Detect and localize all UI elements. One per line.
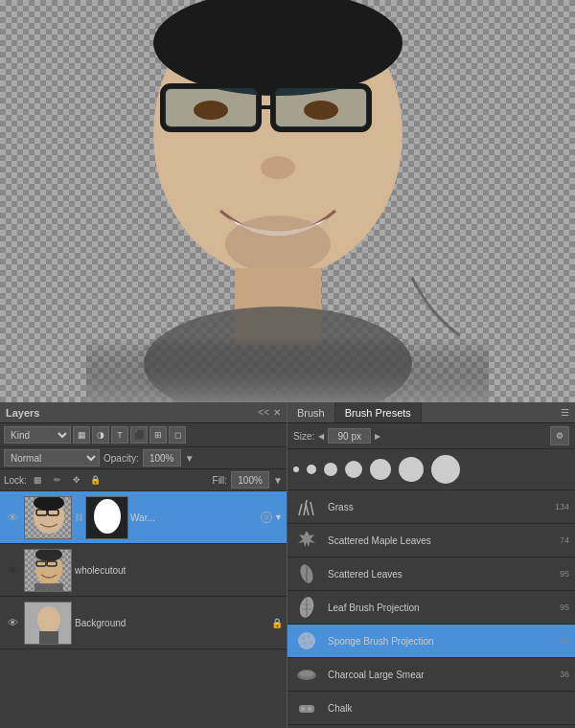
svg-point-26 (37, 606, 60, 633)
layer-name: wholecutout (75, 565, 283, 576)
brush-panel: Brush Brush Presets ☰ Size: ◀ ▶ ⚙ (288, 402, 575, 728)
layers-panel-title: Layers (6, 407, 39, 419)
layer-lock-icon: 🔒 (271, 618, 283, 628)
lock-transparent-icon[interactable]: ▩ (31, 472, 46, 488)
size-decrease-btn[interactable]: ◀ (318, 432, 324, 441)
brush-previews (288, 449, 575, 490)
layer-mask-thumb (85, 496, 128, 539)
svg-point-19 (94, 499, 121, 534)
brush-list-item[interactable]: Leaf Brush Projection 95 (288, 591, 575, 625)
brush-preview-1[interactable] (293, 466, 299, 472)
brush-options-btn[interactable]: ⚙ (550, 426, 569, 445)
layer-visibility-icon[interactable]: 👁 (4, 561, 21, 579)
brush-item-name: Scattered Maple Leaves (328, 535, 552, 546)
opacity-input[interactable] (143, 449, 181, 466)
brush-preview-2[interactable] (307, 465, 316, 474)
layers-panel-header: Layers << ✕ (0, 402, 287, 423)
brush-icon-maple (293, 527, 320, 554)
panel-controls: << ✕ (258, 407, 281, 418)
layers-panel: Layers << ✕ Kind ▦ ◑ T ⬛ ⊞ ◻ Normal Opac… (0, 402, 288, 728)
svg-rect-24 (34, 583, 63, 592)
brush-icon-leaf-proj (293, 594, 320, 621)
layers-toolbar: Kind ▦ ◑ T ⬛ ⊞ ◻ (0, 423, 287, 447)
layer-thumb (24, 602, 72, 645)
panel-collapse-btn[interactable]: << (258, 407, 269, 418)
fill-arrow[interactable]: ▼ (273, 475, 283, 486)
filter-shape-icon[interactable]: ⬛ (130, 426, 148, 444)
filter-pixel-icon[interactable]: ▦ (73, 426, 90, 444)
svg-rect-46 (301, 707, 305, 711)
brush-list-item-active[interactable]: Sponge Brush Projection 90 (288, 625, 575, 658)
brush-icon-charcoal (293, 661, 320, 688)
svg-rect-13 (86, 239, 489, 402)
lock-position-icon[interactable]: ✥ (69, 472, 84, 488)
svg-point-38 (298, 632, 315, 649)
opacity-label: Opacity: (104, 453, 139, 464)
brush-item-num: 36 (560, 670, 569, 679)
layer-arrow[interactable]: ▼ (274, 512, 283, 522)
brush-preview-5[interactable] (370, 459, 391, 480)
layer-item[interactable]: 👁 ⛓ (0, 491, 287, 544)
svg-line-28 (299, 504, 302, 515)
lock-all-icon[interactable]: 🔒 (88, 472, 104, 488)
size-increase-btn[interactable]: ▶ (375, 432, 380, 441)
opacity-arrow[interactable]: ▼ (185, 453, 195, 464)
brush-item-name: Grass (328, 502, 547, 512)
layer-chain-icon: ⛓ (75, 512, 83, 522)
brush-list: Grass 134 Scattered Maple Leaves 74 (288, 490, 575, 728)
svg-rect-27 (39, 631, 58, 645)
filter-text-icon[interactable]: T (111, 426, 128, 444)
brush-item-name: Leaf Brush Projection (328, 603, 552, 613)
layer-name: War... (130, 512, 259, 523)
blend-row: Normal Opacity: ▼ (0, 447, 287, 469)
brush-list-item[interactable]: Chalk (288, 692, 575, 725)
canvas-area (0, 0, 575, 402)
person-image (0, 0, 575, 402)
tab-brush-presets[interactable]: Brush Presets (335, 402, 422, 422)
size-label: Size: (293, 431, 314, 442)
svg-line-31 (310, 502, 313, 515)
brush-panel-menu-btn[interactable]: ☰ (561, 407, 575, 418)
svg-point-42 (310, 642, 312, 645)
layer-visibility-icon[interactable]: 👁 (4, 509, 21, 526)
brush-size-row: Size: ◀ ▶ ⚙ (288, 423, 575, 449)
brush-icon-grass (293, 493, 320, 520)
layer-thumb (24, 549, 72, 592)
brush-list-item[interactable]: Scattered Leaves 95 (288, 557, 575, 591)
brush-panel-header: Brush Brush Presets ☰ (288, 402, 575, 423)
tab-brush[interactable]: Brush (288, 402, 335, 422)
brush-item-num: 95 (560, 603, 569, 612)
fill-label: Fill: (213, 475, 228, 486)
lock-row: Lock: ▩ ✏ ✥ 🔒 Fill: ▼ (0, 469, 287, 491)
layer-item[interactable]: 👁 wholecutout (0, 544, 287, 597)
filter-smart-icon[interactable]: ◻ (169, 426, 186, 444)
layer-link-badge: ◎ (261, 512, 272, 523)
brush-preview-6[interactable] (399, 457, 424, 482)
brush-preview-4[interactable] (345, 461, 362, 478)
brush-item-name: Scattered Leaves (328, 569, 552, 580)
brush-item-num: 74 (560, 535, 569, 545)
layer-visibility-icon[interactable]: 👁 (4, 614, 21, 631)
svg-line-30 (306, 504, 309, 515)
brush-preview-7[interactable] (431, 455, 460, 484)
brush-item-name: Chalk (328, 703, 562, 714)
brush-list-item[interactable]: Grass 134 (288, 490, 575, 524)
layer-item[interactable]: 👁 Background 🔒 (0, 597, 287, 649)
brush-list-item[interactable]: Charcoal Large Smear 36 (288, 658, 575, 692)
brush-list-item[interactable]: Scattered Maple Leaves 74 (288, 524, 575, 557)
svg-point-39 (301, 636, 305, 640)
layer-thumb (24, 496, 72, 539)
svg-point-9 (261, 156, 295, 179)
kind-select[interactable]: Kind (4, 426, 71, 444)
brush-preview-3[interactable] (324, 463, 337, 476)
svg-point-40 (308, 635, 310, 638)
filter-adjust-icon[interactable]: ◑ (92, 426, 109, 444)
svg-rect-47 (308, 707, 311, 711)
size-input[interactable] (328, 428, 371, 444)
lock-label: Lock: (4, 475, 27, 486)
lock-image-icon[interactable]: ✏ (50, 472, 65, 488)
blend-mode-select[interactable]: Normal (4, 449, 100, 466)
fill-input[interactable] (231, 471, 269, 489)
panel-close-btn[interactable]: ✕ (273, 407, 281, 418)
filter-artboard-icon[interactable]: ⊞ (150, 426, 167, 444)
